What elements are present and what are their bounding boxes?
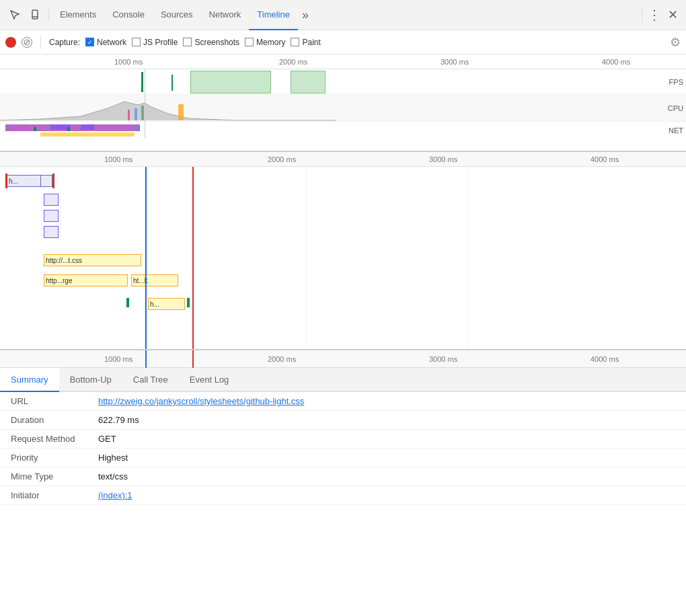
tab-separator bbox=[48, 8, 49, 22]
bar-h-main-label: h... bbox=[9, 178, 18, 185]
tab-call-tree[interactable]: Call Tree bbox=[122, 368, 179, 392]
time-label-2000: 2000 ms bbox=[279, 58, 307, 66]
green-tick-2 bbox=[187, 298, 190, 307]
svg-line-3 bbox=[25, 40, 29, 44]
capture-jsprofile[interactable]: JS Profile bbox=[132, 38, 178, 47]
duration-key: Duration bbox=[11, 415, 98, 425]
paint-label: Paint bbox=[302, 38, 320, 47]
capture-network[interactable]: Network bbox=[85, 38, 126, 47]
bottom-time-3000: 3000 ms bbox=[429, 355, 457, 363]
network-time-ruler: 1000 ms 2000 ms 3000 ms 4000 ms bbox=[0, 152, 686, 167]
priority-key: Priority bbox=[11, 453, 98, 463]
url-row: URL http://zweig.co/jankyscroll/styleshe… bbox=[0, 392, 686, 411]
bar-h-main[interactable]: h... bbox=[7, 175, 42, 187]
bar-purple-3[interactable] bbox=[44, 226, 59, 238]
url-value[interactable]: http://zweig.co/jankyscroll/stylesheets/… bbox=[98, 396, 304, 406]
paint-checkbox[interactable] bbox=[291, 38, 299, 46]
tab-event-log[interactable]: Event Log bbox=[179, 368, 240, 392]
capture-screenshots[interactable]: Screenshots bbox=[183, 38, 239, 47]
initiator-key: Initiator bbox=[11, 490, 98, 500]
bar-rge-label: http...rge bbox=[46, 277, 72, 284]
mime-row: Mime Type text/css bbox=[0, 467, 686, 486]
cursor-line-red bbox=[192, 167, 194, 350]
bar-h-red-left bbox=[5, 174, 7, 188]
bar-purple-1[interactable] bbox=[44, 194, 59, 206]
bar-rge[interactable]: http...rge bbox=[44, 274, 128, 286]
tab-summary[interactable]: Summary bbox=[0, 368, 59, 392]
settings-icon[interactable]: ⚙ bbox=[670, 35, 681, 50]
capture-bar: Capture: Network JS Profile Screenshots … bbox=[0, 30, 686, 54]
fps-bar-1 bbox=[141, 72, 143, 92]
capture-label: Capture: bbox=[49, 38, 80, 47]
jsprofile-label: JS Profile bbox=[143, 38, 178, 47]
cursor-icon[interactable] bbox=[5, 5, 24, 24]
bar-h-red-right bbox=[52, 174, 54, 188]
screenshots-checkbox[interactable] bbox=[183, 38, 192, 46]
network-checkbox[interactable] bbox=[85, 38, 94, 46]
mime-value: text/css bbox=[98, 471, 128, 482]
menu-icon[interactable]: ⋮ bbox=[645, 5, 664, 24]
jsprofile-checkbox[interactable] bbox=[132, 38, 141, 46]
network-label: Network bbox=[97, 38, 126, 47]
net-time-1000: 1000 ms bbox=[104, 155, 132, 163]
net-row: NET bbox=[0, 122, 686, 139]
tab-sources[interactable]: Sources bbox=[153, 0, 201, 30]
bar-purple-2[interactable] bbox=[44, 210, 59, 222]
method-key: Request Method bbox=[11, 434, 98, 444]
overview-time-ruler: 1000 ms 2000 ms 3000 ms 4000 ms bbox=[0, 54, 686, 69]
fps-row: FPS bbox=[0, 69, 686, 95]
capture-memory[interactable]: Memory bbox=[245, 38, 285, 47]
cpu-row: CPU bbox=[0, 95, 686, 122]
screenshots-label: Screenshots bbox=[194, 38, 239, 47]
bar-h-small[interactable]: h... bbox=[148, 298, 185, 310]
stop-button[interactable] bbox=[22, 37, 32, 48]
fps-bar-2 bbox=[172, 75, 173, 91]
net-bar-main bbox=[5, 124, 140, 131]
network-detail-panel: 1000 ms 2000 ms 3000 ms 4000 ms h... htt… bbox=[0, 152, 686, 350]
memory-checkbox[interactable] bbox=[245, 38, 254, 46]
svg-rect-7 bbox=[128, 110, 130, 120]
tab-timeline[interactable]: Timeline bbox=[249, 0, 298, 30]
bar-css-label: http://...t.css bbox=[46, 257, 82, 264]
net-label: NET bbox=[669, 126, 683, 134]
bottom-time-2000: 2000 ms bbox=[268, 355, 296, 363]
time-label-4000: 4000 ms bbox=[602, 58, 630, 66]
bar-h-right[interactable] bbox=[40, 175, 52, 187]
svg-rect-4 bbox=[178, 104, 184, 120]
devtools-tab-bar: Elements Console Sources Network Timelin… bbox=[0, 0, 686, 30]
tab-network[interactable]: Network bbox=[201, 0, 250, 30]
capture-paint[interactable]: Paint bbox=[291, 38, 320, 47]
priority-value: Highest bbox=[98, 453, 128, 463]
time-label-3000: 3000 ms bbox=[441, 58, 469, 66]
network-bars-container: h... http://...t.css http...rge ht...k h… bbox=[0, 167, 686, 350]
cpu-cursor bbox=[145, 95, 145, 122]
bar-css[interactable]: http://...t.css bbox=[44, 254, 141, 266]
bottom-time-ruler: 1000 ms 2000 ms 3000 ms 4000 ms bbox=[0, 350, 686, 368]
bottom-cursor-red bbox=[192, 350, 194, 368]
net-cursor bbox=[145, 122, 145, 139]
net-green-2 bbox=[67, 127, 70, 131]
more-tabs-button[interactable]: » bbox=[299, 8, 311, 22]
fps-area-1 bbox=[190, 71, 271, 93]
mobile-icon[interactable] bbox=[26, 5, 44, 24]
net-blue-1 bbox=[138, 126, 140, 131]
close-button[interactable]: ✕ bbox=[665, 7, 681, 22]
record-button[interactable] bbox=[5, 37, 16, 48]
initiator-row: Initiator (index):1 bbox=[0, 486, 686, 505]
priority-row: Priority Highest bbox=[0, 449, 686, 467]
method-row: Request Method GET bbox=[0, 430, 686, 449]
timeline-mark-3 bbox=[467, 167, 468, 350]
bar-htk[interactable]: ht...k bbox=[131, 274, 178, 286]
initiator-value[interactable]: (index):1 bbox=[98, 490, 132, 500]
net-green-1 bbox=[34, 127, 36, 131]
tab-elements[interactable]: Elements bbox=[52, 0, 104, 30]
tab-console[interactable]: Console bbox=[104, 0, 153, 30]
url-key: URL bbox=[11, 396, 98, 406]
bar-h-small-label: h... bbox=[150, 301, 159, 308]
net-time-3000: 3000 ms bbox=[429, 155, 457, 163]
bottom-time-4000: 4000 ms bbox=[590, 355, 619, 363]
bottom-time-1000: 1000 ms bbox=[104, 355, 132, 363]
tab-bottom-up[interactable]: Bottom-Up bbox=[59, 368, 122, 392]
svg-rect-6 bbox=[141, 106, 144, 120]
net-bar-yellow bbox=[40, 132, 135, 137]
